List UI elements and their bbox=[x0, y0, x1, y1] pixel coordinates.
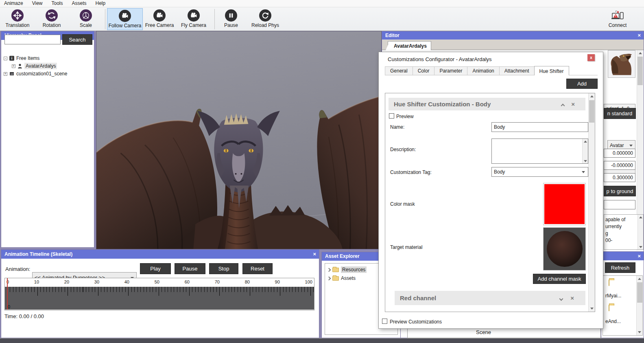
scroll-down-icon[interactable] bbox=[583, 158, 588, 163]
scroll-down-icon[interactable] bbox=[638, 244, 643, 249]
add-channel-mask-button[interactable]: Add channel mask bbox=[533, 274, 586, 284]
avatar-list-item[interactable] bbox=[609, 280, 609, 286]
preview-customizations-checkbox[interactable] bbox=[382, 319, 387, 324]
preview-customizations-label: Preview Customizations bbox=[390, 319, 442, 325]
fly-camera-button[interactable]: Fly Camera bbox=[179, 8, 208, 30]
tab-hue-shifter[interactable]: Hue Shifter bbox=[534, 66, 569, 75]
avatar-thumbnail[interactable] bbox=[608, 50, 635, 78]
play-button[interactable]: Play bbox=[140, 263, 171, 274]
window-bottom-edge bbox=[0, 338, 644, 343]
pause-button-timeline[interactable]: Pause bbox=[175, 263, 205, 274]
editor-tabstrip: AvatarArdalys bbox=[382, 40, 644, 50]
follow-camera-button[interactable]: Follow Camera bbox=[107, 8, 143, 30]
chevron-down-icon bbox=[582, 171, 585, 173]
collapse-icon[interactable] bbox=[561, 103, 564, 108]
collapse-icon[interactable]: - bbox=[4, 57, 7, 60]
scale-label: Scale bbox=[80, 22, 92, 28]
scroll-up-icon[interactable] bbox=[637, 50, 644, 56]
playhead[interactable] bbox=[7, 278, 8, 310]
info-scrollbar[interactable] bbox=[637, 215, 643, 249]
description-scrollbar[interactable] bbox=[582, 139, 588, 163]
search-input[interactable] bbox=[4, 35, 61, 44]
description-textarea[interactable] bbox=[491, 139, 588, 164]
position-z-field[interactable]: 0.300000 bbox=[604, 173, 635, 182]
target-material-label: Target material bbox=[390, 244, 422, 250]
name-input[interactable]: Body bbox=[491, 122, 588, 132]
dialog-scrollbar[interactable] bbox=[588, 93, 595, 312]
expand-icon[interactable]: + bbox=[4, 72, 7, 76]
scale-button[interactable]: Scale bbox=[74, 8, 98, 30]
expand-arrow-icon[interactable] bbox=[327, 268, 331, 272]
tab-attachment[interactable]: Attachment bbox=[499, 66, 535, 75]
menu-animaze[interactable]: Animaze bbox=[4, 0, 23, 7]
name-field-right[interactable] bbox=[604, 200, 635, 209]
scrollbar-thumb[interactable] bbox=[589, 100, 594, 123]
scroll-up-icon[interactable] bbox=[583, 139, 588, 144]
color-mask-swatch[interactable] bbox=[543, 183, 586, 225]
tree-item-avatar[interactable]: + AvatarArdalys bbox=[12, 62, 57, 70]
description-label: Description: bbox=[390, 147, 416, 152]
info-textarea[interactable]: apable of urrently g 00- bbox=[604, 214, 644, 250]
close-icon[interactable]: × bbox=[313, 250, 316, 259]
search-button[interactable]: Search bbox=[62, 34, 92, 45]
scene-icon bbox=[9, 71, 14, 76]
scroll-down-icon[interactable] bbox=[589, 306, 595, 312]
snap-to-ground-button[interactable]: p to ground bbox=[604, 186, 636, 196]
expand-arrow-icon[interactable] bbox=[327, 276, 331, 280]
customization-tag-dropdown[interactable]: Body bbox=[491, 167, 588, 177]
scroll-up-icon[interactable] bbox=[589, 93, 595, 99]
menu-view[interactable]: View bbox=[32, 0, 43, 7]
avatar-list-scrollbar[interactable] bbox=[636, 276, 642, 335]
tab-color[interactable]: Color bbox=[413, 66, 435, 75]
tree-item-free-items[interactable]: - i Free Items bbox=[4, 55, 39, 62]
target-material-preview[interactable] bbox=[543, 227, 586, 270]
avatar-type-value: Avatar bbox=[610, 143, 624, 148]
timeline-ruler[interactable]: 0 10 20 30 40 50 60 70 80 90 100 0 bbox=[4, 278, 314, 310]
position-y-field[interactable]: -0.000000 bbox=[604, 161, 635, 170]
tab-general[interactable]: General bbox=[385, 66, 413, 75]
close-icon[interactable]: × bbox=[637, 252, 641, 260]
remove-section-icon[interactable]: × bbox=[571, 101, 575, 107]
tab-avatarardalys[interactable]: AvatarArdalys bbox=[388, 41, 431, 50]
refresh-button[interactable]: Refresh bbox=[605, 262, 635, 273]
material-sphere bbox=[547, 231, 583, 267]
position-x-field[interactable]: 0.000000 bbox=[604, 149, 635, 158]
scroll-up-icon[interactable] bbox=[638, 215, 643, 220]
tab-parameter[interactable]: Parameter bbox=[434, 66, 467, 75]
red-channel-section-header[interactable]: Red channel × bbox=[395, 291, 585, 305]
dialog-close-button[interactable]: x bbox=[587, 54, 595, 61]
preview-checkbox[interactable] bbox=[389, 113, 394, 119]
reset-button[interactable]: Reset bbox=[242, 263, 273, 274]
expand-icon[interactable] bbox=[560, 296, 563, 301]
pause-button[interactable]: Pause bbox=[219, 8, 243, 30]
menu-help[interactable]: Help bbox=[96, 0, 106, 7]
stop-button[interactable]: Stop bbox=[209, 263, 238, 274]
asset-item-assets[interactable]: Assets bbox=[327, 275, 356, 282]
menu-tools[interactable]: Tools bbox=[51, 0, 63, 7]
rotation-button[interactable]: Rotation bbox=[37, 8, 66, 30]
add-button[interactable]: Add bbox=[566, 79, 598, 89]
scrollbar-thumb[interactable] bbox=[637, 282, 642, 303]
standard-button[interactable]: n standard bbox=[604, 108, 636, 119]
scrollbar-thumb[interactable] bbox=[637, 57, 643, 85]
hue-shifter-section-header[interactable]: Hue Shifter Customization - Body × bbox=[389, 98, 585, 110]
section-title: Red channel bbox=[400, 295, 436, 301]
avatar-list-item[interactable] bbox=[609, 305, 609, 311]
close-icon[interactable]: × bbox=[637, 31, 641, 40]
scroll-down-icon[interactable] bbox=[637, 329, 642, 335]
reload-phys-button[interactable]: Reload Phys bbox=[251, 8, 280, 30]
menu-assets[interactable]: Assets bbox=[72, 0, 87, 7]
tab-animation[interactable]: Animation bbox=[467, 66, 499, 75]
expand-icon[interactable]: + bbox=[12, 64, 15, 68]
asset-item-resources[interactable]: Resources bbox=[327, 266, 367, 273]
connect-button[interactable]: Connect bbox=[601, 8, 634, 30]
scroll-up-icon[interactable] bbox=[637, 276, 642, 282]
remove-section-icon[interactable]: × bbox=[570, 295, 574, 301]
ruler-tick-area[interactable]: 0 bbox=[5, 287, 314, 310]
tree-item-scene[interactable]: + customization01_scene bbox=[4, 70, 67, 77]
viewport-3d[interactable] bbox=[96, 31, 382, 249]
tree-item-label: customization01_scene bbox=[16, 71, 67, 77]
translation-button[interactable]: Translation bbox=[4, 8, 31, 30]
time-readout: Time: 0.00 / 0.00 bbox=[4, 313, 44, 319]
free-camera-button[interactable]: Free Camera bbox=[143, 8, 176, 30]
